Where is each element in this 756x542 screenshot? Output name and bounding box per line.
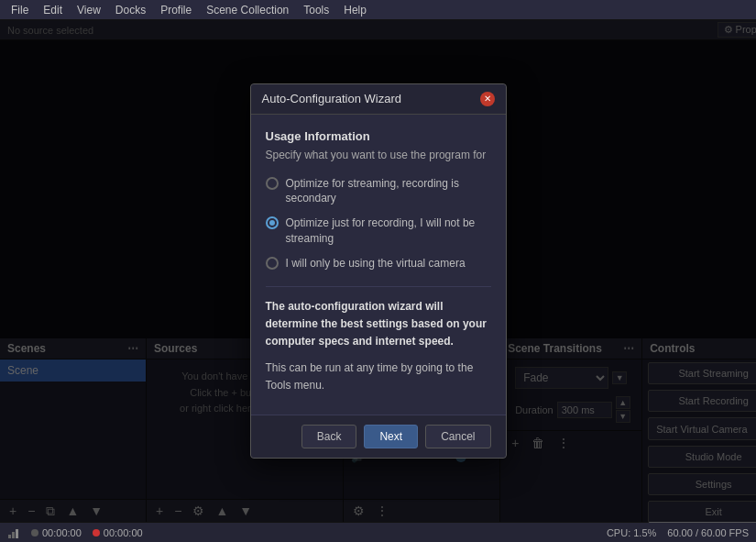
radio-circle-virtual-camera [266,257,279,270]
stream-time-status: 00:00:00 [31,527,82,538]
radio-circle-recording [266,216,279,229]
radio-label-recording: Optimize just for recording, I will not … [286,216,491,247]
stream-time: 00:00:00 [42,527,82,538]
fps-status: 60.00 / 60.00 FPS [667,527,749,538]
menu-scene-collection[interactable]: Scene Collection [199,2,296,18]
record-time-status: 00:00:00 [93,527,143,538]
menu-docks[interactable]: Docks [108,2,153,18]
svg-rect-0 [8,535,11,538]
signal-icon [7,526,20,539]
radio-option-virtual-camera[interactable]: I will only be using the virtual camera [266,256,491,271]
modal-title-bar: Auto-Configuration Wizard ✕ [251,84,506,115]
menu-view[interactable]: View [70,2,108,18]
modal-info-text-1: The auto-configuration wizard will deter… [266,298,491,351]
menu-tools[interactable]: Tools [296,2,336,18]
svg-rect-2 [16,529,18,538]
modal-subtitle: Specify what you want to use the program… [266,149,491,161]
modal-info-section: The auto-configuration wizard will deter… [266,286,491,395]
stream-dot [31,529,38,536]
modal-title: Auto-Configuration Wizard [262,92,401,105]
modal-footer: Back Next Cancel [251,415,506,458]
cancel-button[interactable]: Cancel [425,425,490,448]
record-dot [93,529,100,536]
radio-option-recording[interactable]: Optimize just for recording, I will not … [266,216,491,247]
back-button[interactable]: Back [301,425,357,448]
next-button[interactable]: Next [364,425,418,448]
status-bar: 00:00:00 00:00:00 CPU: 1.5% 60.00 / 60.0… [0,522,756,542]
radio-option-streaming[interactable]: Optimize for streaming, recording is sec… [266,176,491,207]
auto-config-wizard: Auto-Configuration Wizard ✕ Usage Inform… [250,83,507,459]
modal-section-title: Usage Information [266,129,491,143]
menu-help[interactable]: Help [336,2,374,18]
menu-bar: File Edit View Docks Profile Scene Colle… [0,0,756,20]
modal-body: Usage Information Specify what you want … [251,115,506,415]
record-time: 00:00:00 [104,527,143,538]
cpu-status: CPU: 1.5% [607,527,656,538]
radio-label-streaming: Optimize for streaming, recording is sec… [286,176,491,207]
radio-circle-streaming [266,177,279,190]
menu-file[interactable]: File [4,2,36,18]
modal-overlay: Auto-Configuration Wizard ✕ Usage Inform… [0,20,756,522]
svg-rect-1 [12,532,15,538]
modal-info-text-2: This can be run at any time by going to … [266,359,491,394]
signal-status [7,526,20,539]
menu-profile[interactable]: Profile [153,2,199,18]
menu-edit[interactable]: Edit [36,2,70,18]
radio-label-virtual-camera: I will only be using the virtual camera [286,256,466,271]
modal-close-button[interactable]: ✕ [480,92,495,106]
